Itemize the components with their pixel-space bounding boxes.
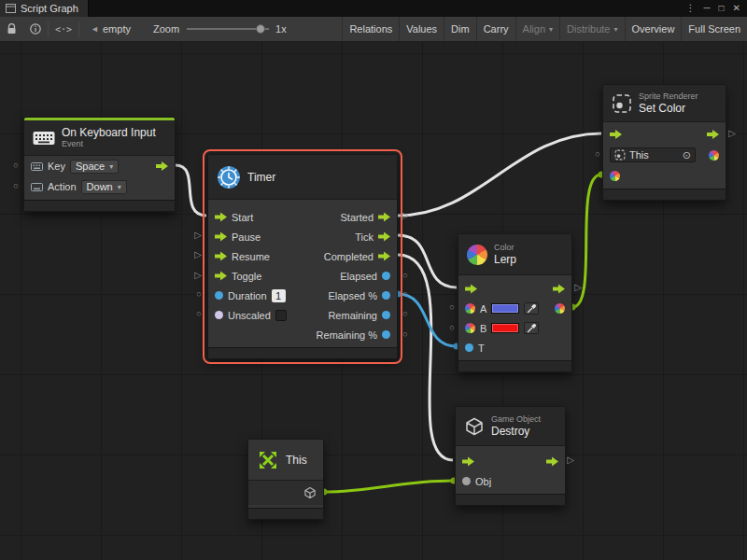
external-value-port[interactable]: ○ xyxy=(13,161,18,170)
duration-field[interactable]: 1 xyxy=(272,289,286,302)
connections-icon[interactable]: <·> xyxy=(49,17,78,41)
external-value-port[interactable]: ○ xyxy=(402,310,407,318)
carry-button[interactable]: Carry xyxy=(476,17,515,41)
minimize-button[interactable]: ─ xyxy=(703,4,710,13)
resume-in-port[interactable] xyxy=(215,251,227,261)
external-flow-port[interactable]: ▷ xyxy=(194,231,202,240)
color-a-in-port[interactable] xyxy=(465,303,475,314)
eyedropper-icon[interactable] xyxy=(524,302,539,315)
fullscreen-button[interactable]: Full Screen xyxy=(681,17,747,41)
external-value-port[interactable]: ○ xyxy=(196,310,201,318)
remaining-out-port[interactable] xyxy=(382,311,390,319)
renderer-out-port[interactable] xyxy=(709,150,719,161)
pause-in-port[interactable] xyxy=(215,231,227,242)
node-header[interactable]: On Keyboard Input Event xyxy=(24,120,175,156)
t-in-port[interactable] xyxy=(465,343,473,352)
external-value-port[interactable]: ○ xyxy=(13,182,18,190)
node-header[interactable]: Sprite Renderer Set Color xyxy=(603,85,726,122)
unscaled-in-port[interactable] xyxy=(215,311,223,319)
remaining-pct-out-port[interactable] xyxy=(382,330,390,339)
action-port-icon[interactable] xyxy=(31,183,43,191)
color-a-swatch[interactable] xyxy=(491,303,519,314)
external-flow-port[interactable]: ▷ xyxy=(194,271,202,280)
relations-button[interactable]: Relations xyxy=(342,17,399,41)
tab-script-graph[interactable]: Script Graph xyxy=(0,0,89,17)
set-color-node[interactable]: Sprite Renderer Set Color Th xyxy=(602,84,726,201)
wire-this-to-destroy-obj[interactable] xyxy=(324,481,454,492)
dim-button[interactable]: Dim xyxy=(444,17,476,41)
graph-canvas[interactable]: On Keyboard Input Event Key Space ▾ xyxy=(0,42,747,560)
external-flow-port[interactable]: ▷ xyxy=(402,211,409,220)
breadcrumb-back-icon[interactable]: ◄ xyxy=(79,24,103,34)
node-header[interactable]: Timer xyxy=(208,155,397,200)
flow-out-port[interactable] xyxy=(707,130,719,140)
lock-icon[interactable] xyxy=(0,17,23,41)
start-in-port[interactable] xyxy=(215,212,227,222)
obj-in-port[interactable] xyxy=(462,477,471,485)
flow-in-port[interactable] xyxy=(462,456,474,467)
toggle-in-port[interactable] xyxy=(215,271,227,281)
node-header[interactable]: This xyxy=(248,440,323,480)
destroy-node[interactable]: Game Object Destroy Obj xyxy=(455,406,566,506)
wire-timer-elapsedpct-to-lerp-t[interactable] xyxy=(398,294,457,346)
zoom-slider[interactable] xyxy=(187,23,269,35)
wire-timer-completed-to-destroy[interactable] xyxy=(398,255,453,460)
external-flow-port[interactable]: ▷ xyxy=(728,129,736,138)
close-button[interactable]: ✕ xyxy=(733,4,740,13)
info-icon[interactable] xyxy=(23,17,48,41)
overview-button[interactable]: Overview xyxy=(625,17,682,41)
external-flow-port[interactable]: ▷ xyxy=(194,250,202,259)
flow-in-port[interactable] xyxy=(610,130,622,140)
wire-timer-tick-to-lerp[interactable] xyxy=(398,235,457,287)
distribute-button[interactable]: Distribute ▾ xyxy=(559,17,624,41)
object-picker-icon[interactable]: ⊙ xyxy=(683,150,691,161)
align-button[interactable]: Align ▾ xyxy=(515,17,559,41)
action-dropdown[interactable]: Down ▾ xyxy=(81,180,127,194)
flow-out-port[interactable] xyxy=(553,284,565,294)
color-lerp-node[interactable]: Color Lerp A xyxy=(458,233,572,372)
gameobject-out-port[interactable] xyxy=(303,486,317,499)
window-controls: ⋮ ─ □ ✕ xyxy=(685,0,747,17)
wire-timer-started-to-setcolor[interactable] xyxy=(398,133,601,216)
color-b-swatch[interactable] xyxy=(491,323,519,333)
trigger-out-port[interactable] xyxy=(156,161,168,172)
external-value-port[interactable]: ○ xyxy=(402,272,407,280)
external-value-port[interactable]: ○ xyxy=(402,290,407,299)
flow-in-port[interactable] xyxy=(465,284,477,294)
node-header[interactable]: Color Lerp xyxy=(458,234,571,275)
color-in-port[interactable] xyxy=(610,171,620,181)
color-out-port[interactable] xyxy=(555,303,565,314)
elapsed-out-port[interactable] xyxy=(382,272,390,280)
flow-out-port[interactable] xyxy=(546,456,558,467)
elapsed-pct-out-port[interactable] xyxy=(382,291,390,300)
breadcrumb[interactable]: empty xyxy=(103,23,148,35)
zoom-slider-handle[interactable] xyxy=(256,24,265,34)
window-menu-icon[interactable]: ⋮ xyxy=(685,4,695,13)
values-button[interactable]: Values xyxy=(399,17,444,41)
port-label: Unscaled xyxy=(228,310,271,321)
external-value-port[interactable]: ○ xyxy=(196,290,201,299)
target-field[interactable]: This ⊙ xyxy=(610,147,696,162)
started-out-port[interactable] xyxy=(378,212,390,222)
wire-keyboard-to-timer-start[interactable] xyxy=(176,165,206,216)
keycode-port-icon[interactable] xyxy=(31,162,43,171)
external-value-port[interactable]: ○ xyxy=(595,150,599,159)
node-header[interactable]: Game Object Destroy xyxy=(456,407,565,446)
external-value-port[interactable]: ○ xyxy=(449,303,454,312)
external-flow-port[interactable]: ▷ xyxy=(567,455,574,465)
color-b-in-port[interactable] xyxy=(465,323,475,333)
this-node[interactable]: This xyxy=(247,439,324,520)
tick-out-port[interactable] xyxy=(378,231,390,242)
external-value-port[interactable]: ○ xyxy=(402,330,407,339)
maximize-button[interactable]: □ xyxy=(719,4,725,13)
on-keyboard-input-node[interactable]: On Keyboard Input Event Key Space ▾ xyxy=(23,117,176,212)
unscaled-checkbox[interactable] xyxy=(275,310,287,321)
key-dropdown[interactable]: Space ▾ xyxy=(70,160,119,174)
duration-in-port[interactable] xyxy=(215,291,223,300)
completed-out-port[interactable] xyxy=(378,251,390,261)
external-flow-port[interactable]: ▷ xyxy=(574,283,582,292)
external-value-port[interactable]: ○ xyxy=(449,324,454,332)
eyedropper-icon[interactable] xyxy=(524,322,539,334)
port-label: Completed xyxy=(324,251,374,262)
timer-node[interactable]: Timer Start Started Pause Tick xyxy=(207,154,398,359)
